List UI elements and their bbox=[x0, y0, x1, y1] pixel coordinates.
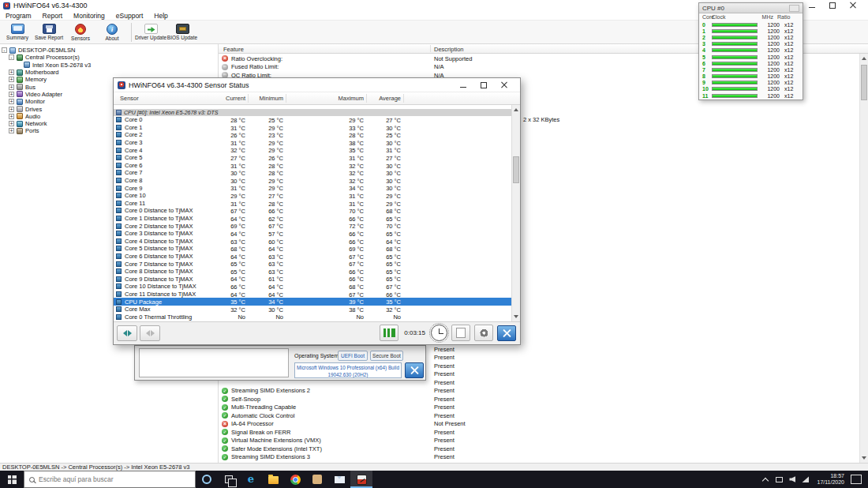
uefi-boot-button[interactable]: UEFI Boot bbox=[338, 351, 368, 361]
taskbar-file-explorer-button[interactable] bbox=[262, 471, 284, 488]
speaker-icon[interactable] bbox=[789, 476, 795, 482]
feature-row[interactable]: Safer Mode Extensions (Intel TXT)Present bbox=[219, 445, 859, 453]
toolbar-button-sensors[interactable]: Sensors bbox=[65, 24, 96, 41]
scroll-down-icon[interactable] bbox=[512, 313, 520, 321]
sensor-row[interactable]: Core 0 Distance to TjMAX67 °C66 °C70 °C6… bbox=[114, 207, 520, 215]
tree-item-motherboard[interactable]: +Motherboard bbox=[0, 69, 218, 76]
feature-column-header[interactable]: Feature bbox=[223, 46, 244, 53]
sensor-row[interactable]: Core 4 Distance to TjMAX63 °C60 °C66 °C6… bbox=[114, 238, 520, 246]
collapse-icon[interactable]: - bbox=[9, 54, 14, 60]
menu-item-monitoring[interactable]: Monitoring bbox=[68, 11, 110, 20]
taskbar-chrome-button[interactable] bbox=[284, 471, 306, 488]
scrollbar-thumb[interactable] bbox=[513, 156, 519, 183]
expand-icon[interactable]: + bbox=[9, 69, 14, 75]
swap-columns-button[interactable] bbox=[117, 325, 137, 341]
scroll-down-icon[interactable] bbox=[860, 454, 868, 463]
taskbar-store-button[interactable] bbox=[306, 471, 328, 488]
sensor-row[interactable]: Core 3 Distance to TjMAX64 °C57 °C66 °C6… bbox=[114, 230, 520, 238]
feature-row[interactable]: Multi-Threading CapablePresent bbox=[219, 404, 859, 412]
toolbar-button-summary[interactable]: Summary bbox=[2, 24, 33, 40]
toolbar-button-driver-update[interactable]: Driver Update bbox=[135, 24, 166, 40]
sensor-row[interactable]: Core 432 °C29 °C35 °C31 °C bbox=[114, 146, 520, 154]
taskbar-task-view-button[interactable] bbox=[218, 471, 240, 488]
sensor-row[interactable]: Core 931 °C29 °C34 °C30 °C bbox=[114, 184, 520, 192]
sensor-exit-button[interactable] bbox=[497, 325, 516, 341]
sensor-row[interactable]: Core Max32 °C30 °C38 °C32 °C bbox=[114, 306, 520, 313]
taskbar-clock[interactable]: 18:57 17/11/2020 bbox=[817, 473, 844, 486]
sensor-row[interactable]: Core 830 °C29 °C32 °C30 °C bbox=[114, 177, 520, 185]
sensor-group-header[interactable]: CPU [#0]: Intel Xeon E5-2678 v3: DTS bbox=[114, 109, 520, 116]
tree-item-desktop-0e5mlsn[interactable]: -DESKTOP-0E5MLSN bbox=[0, 47, 218, 54]
feature-row[interactable]: Signal Break on FERRPresent bbox=[219, 428, 859, 437]
sensor-column-header[interactable]: Sensor bbox=[120, 95, 139, 102]
cpu0-panel-close-button[interactable] bbox=[789, 5, 799, 12]
scrollbar-thumb[interactable] bbox=[861, 65, 867, 100]
sensor-maximize-button[interactable] bbox=[480, 81, 488, 89]
expand-icon[interactable]: + bbox=[9, 121, 14, 126]
sensor-close-button[interactable] bbox=[500, 81, 508, 89]
expand-icon[interactable]: + bbox=[9, 77, 14, 82]
sensor-row[interactable]: Core 1 Distance to TjMAX64 °C62 °C66 °C6… bbox=[114, 215, 520, 223]
sensor-row[interactable]: Core 9 Distance to TjMAX64 °C61 °C66 °C6… bbox=[114, 275, 520, 283]
sensor-row[interactable]: Core 11 Distance to TjMAX64 °C64 °C67 °C… bbox=[114, 291, 520, 298]
sensor-row[interactable]: Core 331 °C29 °C38 °C30 °C bbox=[114, 139, 520, 147]
expand-icon[interactable]: + bbox=[9, 107, 14, 112]
sensor-row[interactable]: Core 1029 °C27 °C31 °C29 °C bbox=[114, 192, 520, 200]
tree-item-central-processor-s[interactable]: -Central Processor(s) bbox=[0, 54, 218, 61]
expand-icon[interactable]: + bbox=[9, 99, 14, 104]
menu-item-esupport[interactable]: eSupport bbox=[110, 11, 149, 20]
sensor-minimize-button[interactable] bbox=[459, 81, 467, 89]
reset-clock-button[interactable] bbox=[431, 325, 447, 341]
sensor-row[interactable]: Core 8 Distance to TjMAX65 °C63 °C66 °C6… bbox=[114, 268, 520, 276]
sensor-scrollbar[interactable] bbox=[511, 105, 520, 321]
cpu0-panel-titlebar[interactable]: CPU #0 bbox=[699, 3, 803, 13]
secure-boot-button[interactable]: Secure Boot bbox=[370, 351, 403, 361]
close-button[interactable] bbox=[849, 2, 857, 9]
sensor-row[interactable]: Core 0 Thermal ThrottlingNoNoNoNo bbox=[114, 313, 520, 321]
feature-row[interactable]: Virtual Machine Extensions (VMX)Present bbox=[219, 437, 859, 445]
toolbar-button-about[interactable]: About bbox=[96, 24, 128, 41]
expand-icon[interactable]: + bbox=[9, 92, 14, 97]
sensor-row[interactable]: Core 730 °C28 °C32 °C30 °C bbox=[114, 169, 520, 177]
summary-close-button[interactable] bbox=[405, 362, 424, 378]
action-center-icon[interactable] bbox=[851, 475, 862, 484]
report-button[interactable] bbox=[451, 325, 470, 341]
settings-gear-button[interactable] bbox=[474, 325, 493, 341]
feature-row[interactable]: Streaming SIMD Extensions 3Present bbox=[219, 453, 859, 462]
scroll-up-icon[interactable] bbox=[512, 105, 520, 114]
menu-item-program[interactable]: Program bbox=[0, 11, 37, 20]
minimum-column-header[interactable]: Minimum bbox=[236, 95, 283, 102]
start-button[interactable] bbox=[0, 471, 24, 488]
collapse-icon[interactable]: - bbox=[2, 47, 7, 53]
sensor-row[interactable]: Core 5 Distance to TjMAX68 °C64 °C69 °C6… bbox=[114, 245, 520, 253]
feature-row[interactable]: Streaming SIMD Extensions 2Present bbox=[219, 387, 859, 396]
sensor-row[interactable]: Core 10 Distance to TjMAX66 °C64 °C68 °C… bbox=[114, 283, 520, 291]
expand-icon[interactable]: + bbox=[9, 128, 14, 133]
minimize-button[interactable] bbox=[808, 2, 816, 9]
sensor-row[interactable]: Core 7 Distance to TjMAX65 °C63 °C67 °C6… bbox=[114, 260, 520, 268]
sensor-row[interactable]: Core 1131 °C28 °C31 °C29 °C bbox=[114, 200, 520, 208]
summary-listbox[interactable] bbox=[139, 348, 289, 377]
sensor-row[interactable]: CPU Package35 °C34 °C39 °C35 °C bbox=[114, 298, 520, 306]
chevron-up-icon[interactable] bbox=[761, 475, 769, 483]
display-tray-icon[interactable] bbox=[776, 477, 783, 482]
feature-row[interactable]: Automatic Clock ControlPresent bbox=[219, 411, 859, 420]
average-column-header[interactable]: Average bbox=[354, 95, 401, 102]
sensor-row[interactable]: Core 226 °C23 °C28 °C25 °C bbox=[114, 131, 520, 139]
sensor-row[interactable]: Core 2 Distance to TjMAX69 °C67 °C72 °C7… bbox=[114, 222, 520, 230]
sensor-row[interactable]: Core 028 °C25 °C29 °C27 °C bbox=[114, 116, 520, 124]
menu-item-help[interactable]: Help bbox=[148, 11, 173, 20]
scroll-up-icon[interactable] bbox=[860, 54, 868, 62]
taskbar-mail-button[interactable] bbox=[328, 471, 350, 488]
search-input[interactable] bbox=[39, 475, 190, 483]
feature-row[interactable]: IA-64 ProcessorNot Present bbox=[219, 420, 859, 429]
graph-button[interactable] bbox=[380, 325, 398, 341]
description-column-header[interactable]: Description bbox=[434, 46, 464, 53]
sensor-row[interactable]: Core 631 °C28 °C32 °C30 °C bbox=[114, 162, 520, 170]
network-icon[interactable] bbox=[802, 476, 809, 482]
tree-item-intel-xeon-e5-2678-v3[interactable]: Intel Xeon E5-2678 v3 bbox=[0, 62, 218, 69]
taskbar-hwinfo-button[interactable] bbox=[350, 471, 372, 488]
feature-row[interactable]: Self-SnoopPresent bbox=[219, 395, 859, 404]
maximize-button[interactable] bbox=[829, 2, 836, 9]
toolbar-button-bios-update[interactable]: BIOS Update bbox=[166, 24, 198, 40]
